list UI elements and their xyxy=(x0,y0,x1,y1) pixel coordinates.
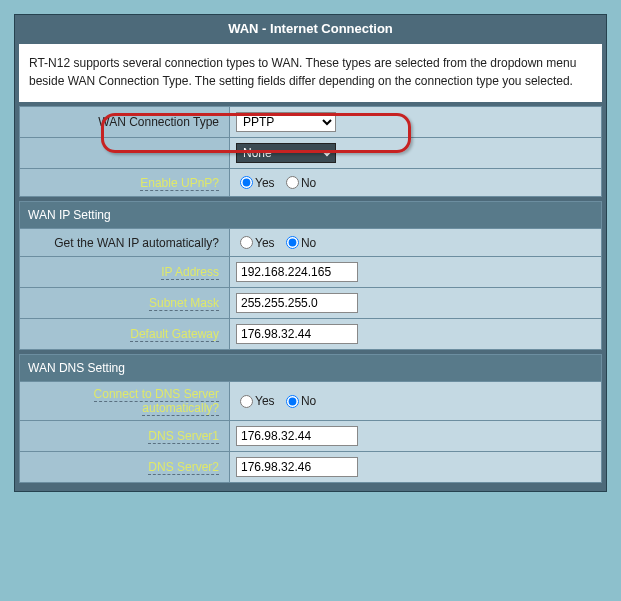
dns-auto-no-label: No xyxy=(301,394,316,408)
wan-ip-table: WAN IP Setting Get the WAN IP automatica… xyxy=(19,201,602,350)
page-title: WAN - Internet Connection xyxy=(15,15,606,44)
enable-upnp-no-radio[interactable] xyxy=(286,176,299,189)
enable-upnp-no-label: No xyxy=(301,176,316,190)
wan-dns-header: WAN DNS Setting xyxy=(20,355,602,382)
wan-dns-table: WAN DNS Setting Connect to DNS Server au… xyxy=(19,354,602,483)
wan-ip-auto-no-radio[interactable] xyxy=(286,236,299,249)
ip-address-label: IP Address xyxy=(161,265,219,280)
enable-upnp-group: Yes No xyxy=(236,175,320,189)
enable-upnp-label: Enable UPnP? xyxy=(140,176,219,191)
dns1-label: DNS Server1 xyxy=(148,429,219,444)
dns-auto-label: Connect to DNS Server automatically? xyxy=(94,387,219,416)
wan-ip-auto-yes-radio[interactable] xyxy=(240,236,253,249)
enable-upnp-yes-label: Yes xyxy=(255,176,275,190)
wan-ip-auto-group: Yes No xyxy=(236,235,320,249)
ip-address-input[interactable] xyxy=(236,262,358,282)
intro-text: RT-N12 supports several connection types… xyxy=(19,44,602,102)
dns2-label: DNS Server2 xyxy=(148,460,219,475)
enable-upnp-yes-radio[interactable] xyxy=(240,176,253,189)
wan-conn-type-label: WAN Connection Type xyxy=(98,115,219,129)
dns2-input[interactable] xyxy=(236,457,358,477)
dns-auto-yes-label: Yes xyxy=(255,394,275,408)
subnet-mask-label: Subnet Mask xyxy=(149,296,219,311)
wan-ip-header: WAN IP Setting xyxy=(20,202,602,229)
wan-ip-auto-label: Get the WAN IP automatically? xyxy=(54,236,219,250)
default-gateway-input[interactable] xyxy=(236,324,358,344)
dns-auto-yes-radio[interactable] xyxy=(240,395,253,408)
subnet-mask-input[interactable] xyxy=(236,293,358,313)
dns-auto-group: Yes No xyxy=(236,394,320,408)
iptv-stb-select[interactable]: None xyxy=(236,143,336,163)
wan-ip-auto-yes-label: Yes xyxy=(255,236,275,250)
wan-conn-type-select[interactable]: PPTP xyxy=(236,112,336,132)
default-gateway-label: Default Gateway xyxy=(130,327,219,342)
wan-ip-auto-no-label: No xyxy=(301,236,316,250)
dns1-input[interactable] xyxy=(236,426,358,446)
basic-settings-table: WAN Connection Type PPTP x None Enable U… xyxy=(19,106,602,197)
dns-auto-no-radio[interactable] xyxy=(286,395,299,408)
